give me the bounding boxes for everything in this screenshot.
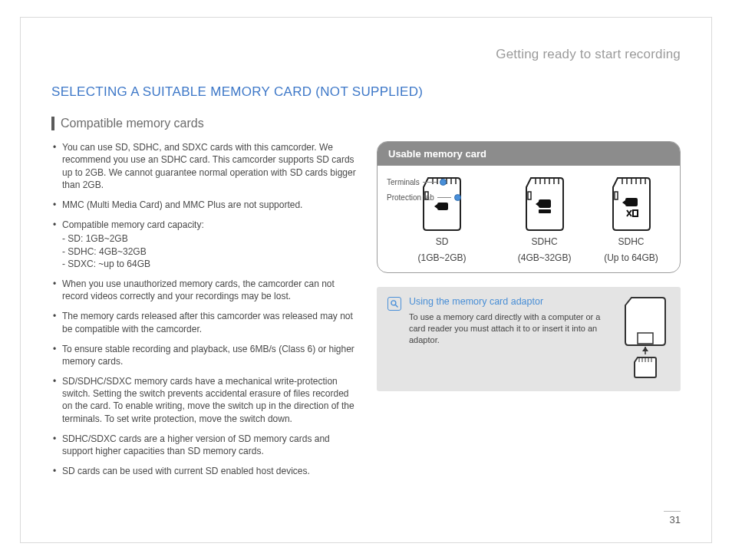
card-column-sd: Terminals Protection tab	[387, 176, 497, 263]
bullet-text: To ensure stable recording and playback,…	[62, 344, 354, 367]
svg-point-26	[391, 301, 396, 305]
svg-rect-24	[625, 198, 638, 206]
two-column-layout: You can use SD, SDHC, and SDXC cards wit…	[51, 141, 681, 485]
svg-line-27	[396, 305, 398, 308]
bullet-text: SD cards can be used with current SD ena…	[62, 466, 310, 476]
running-header: Getting ready to start recording	[51, 47, 681, 62]
panel-title: Usable memory card	[378, 142, 680, 166]
svg-rect-7	[437, 203, 448, 210]
annotation-terminals: Terminals	[387, 178, 447, 186]
annotation-protection-tab: Protection tab	[387, 193, 461, 202]
bullet-text: The memory cards released after this cam…	[62, 311, 353, 334]
card-capacity: (Up to 64GB)	[592, 252, 671, 263]
bullet-text: You can use SD, SDHC, and SDXC cards wit…	[62, 142, 356, 190]
list-item: MMC (Multi Media Card) and MMC Plus are …	[51, 199, 358, 211]
heading-accent-bar	[51, 117, 54, 130]
sub-line: - SDHC: 4GB~32GB	[62, 245, 358, 258]
section-title: SELECTING A SUITABLE MEMORY CARD (NOT SU…	[51, 84, 681, 100]
page-number-rule	[664, 511, 681, 512]
svg-marker-30	[642, 347, 648, 351]
subsection-title: Compatible memory cards	[61, 117, 204, 130]
info-text-block: Using the memory card adaptor To use a m…	[409, 296, 613, 380]
sdxc-card-icon	[608, 176, 655, 232]
left-column: You can use SD, SDHC, and SDXC cards wit…	[51, 141, 358, 485]
card-name: SDHC	[592, 236, 671, 247]
bullet-text: SDHC/SDXC cards are a higher version of …	[62, 433, 330, 456]
subsection-heading: Compatible memory cards	[51, 117, 681, 130]
list-item: SD cards can be used with current SD ena…	[51, 465, 358, 477]
annotation-leader	[437, 197, 451, 198]
panel-body: Terminals Protection tab	[378, 166, 680, 272]
annotation-label: Terminals	[387, 178, 420, 186]
svg-rect-15	[539, 199, 551, 208]
svg-rect-17	[615, 192, 618, 199]
info-title: Using the memory card adaptor	[409, 296, 613, 307]
bullet-text: SD/SDHC/SDXC memory cards have a mechani…	[62, 376, 354, 424]
info-description: To use a memory card directly with a com…	[409, 311, 601, 346]
svg-rect-28	[638, 333, 653, 344]
card-capacity: (4GB~32GB)	[505, 252, 584, 263]
sub-line: - SD: 1GB~2GB	[62, 232, 358, 245]
sdhc-card-icon	[522, 176, 568, 232]
annotation-dot-icon	[440, 179, 447, 186]
list-item: SDHC/SDXC cards are a higher version of …	[51, 433, 358, 457]
manual-page: Getting ready to start recording SELECTI…	[20, 17, 712, 543]
adaptor-illustration-icon	[621, 296, 670, 380]
list-item: Compatible memory card capacity: - SD: 1…	[51, 219, 358, 270]
svg-rect-16	[539, 209, 551, 213]
svg-rect-8	[528, 192, 531, 199]
sub-line: - SDXC: ~up to 64GB	[62, 258, 358, 270]
card-column-sdxc: SDHC (Up to 64GB)	[592, 176, 671, 263]
list-item: You can use SD, SDHC, and SDXC cards wit…	[51, 141, 358, 191]
list-item: To ensure stable recording and playback,…	[51, 343, 358, 367]
list-item: When you use unauthorized memory cards, …	[51, 278, 358, 302]
list-item: SD/SDHC/SDXC memory cards have a mechani…	[51, 375, 358, 425]
list-item: The memory cards released after this cam…	[51, 310, 358, 334]
annotation-dot-icon	[454, 194, 461, 201]
page-number: 31	[670, 514, 681, 525]
card-name: SD	[387, 236, 497, 247]
bullet-text: MMC (Multi Media Card) and MMC Plus are …	[62, 199, 302, 210]
usable-memory-card-panel: Usable memory card Terminals Protection …	[377, 141, 681, 273]
annotation-leader	[423, 182, 437, 183]
bullet-text: When you use unauthorized memory cards, …	[62, 278, 335, 301]
adaptor-info-box: Using the memory card adaptor To use a m…	[377, 287, 681, 391]
magnifier-icon	[387, 297, 401, 311]
card-name: SDHC	[505, 236, 584, 247]
card-column-sdhc: SDHC (4GB~32GB)	[505, 176, 584, 263]
annotation-label: Protection tab	[387, 193, 434, 202]
sub-list: - SD: 1GB~2GB - SDHC: 4GB~32GB - SDXC: ~…	[62, 232, 358, 270]
bullet-list: You can use SD, SDHC, and SDXC cards wit…	[51, 141, 358, 477]
card-capacity: (1GB~2GB)	[387, 252, 497, 263]
right-column: Usable memory card Terminals Protection …	[377, 141, 681, 485]
bullet-text: Compatible memory card capacity:	[62, 219, 204, 230]
